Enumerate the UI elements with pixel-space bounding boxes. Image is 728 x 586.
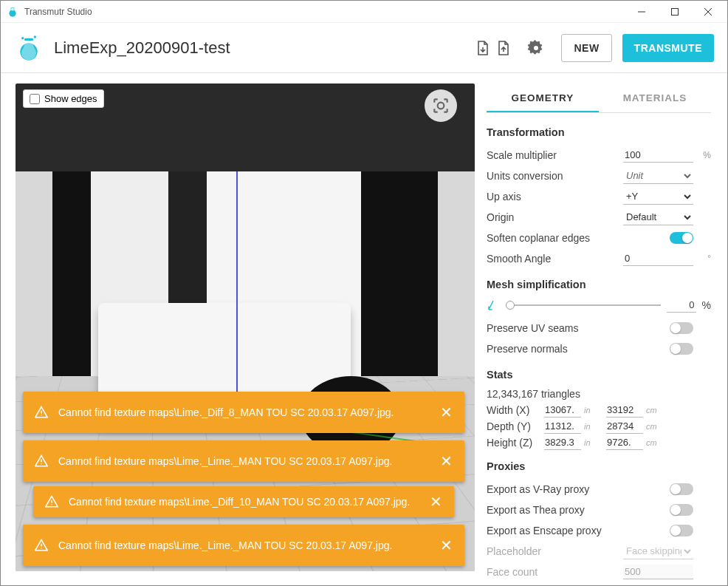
height-cm-input[interactable] [606, 435, 643, 450]
scale-multiplier-input[interactable] [623, 148, 693, 163]
origin-select[interactable]: Default [623, 209, 693, 225]
smooth-angle-input[interactable] [623, 251, 693, 266]
warning-toast: Cannot find texture maps\Lime._Lime._MAN… [23, 440, 464, 482]
section-mesh: Mesh simplification [487, 279, 711, 290]
export-file-button[interactable] [495, 39, 512, 57]
preserve-normals-label: Preserve normals [487, 343, 670, 355]
warning-icon [45, 495, 58, 508]
window-titlebar: Transmutr Studio [1, 1, 727, 23]
toast-message: Cannot find texture maps\Lime._Lime._MAN… [58, 539, 392, 551]
svg-rect-1 [11, 7, 14, 10]
svg-point-9 [34, 35, 36, 38]
vray-proxy-toggle[interactable] [670, 483, 693, 495]
toast-close-button[interactable]: ✕ [440, 452, 453, 470]
app-icon [7, 6, 18, 18]
section-stats: Stats [487, 369, 711, 381]
simplify-slider[interactable] [506, 304, 661, 306]
svg-point-8 [21, 37, 24, 39]
height-label: Height (Z) [487, 437, 544, 449]
placeholder-label: Placeholder [487, 545, 623, 557]
face-count-input [623, 565, 693, 579]
import-file-button[interactable] [474, 39, 492, 57]
unit-percent: % [702, 299, 711, 311]
focus-camera-button[interactable] [425, 89, 457, 122]
triangle-count: 12,343,167 triangles [487, 388, 711, 400]
origin-label: Origin [487, 211, 623, 223]
window-close-button[interactable] [691, 1, 724, 23]
svg-point-16 [51, 504, 52, 505]
svg-point-12 [41, 415, 42, 416]
svg-rect-7 [24, 38, 33, 40]
toast-message: Cannot find texture maps\Lime._Lime._MAN… [58, 455, 392, 467]
enscape-proxy-toggle[interactable] [670, 525, 693, 536]
preserve-uv-label: Preserve UV seams [487, 322, 670, 334]
simplify-value[interactable]: 0 [667, 298, 696, 313]
project-title: LimeExp_20200901-test [54, 38, 464, 58]
section-transformation: Transformation [487, 126, 711, 138]
soften-edges-toggle[interactable] [670, 232, 693, 244]
preserve-normals-toggle[interactable] [670, 343, 693, 355]
app-logo-icon [14, 33, 44, 63]
face-count-label: Face count [487, 566, 623, 578]
window-maximize-button[interactable] [658, 1, 691, 23]
window-title: Transmutr Studio [24, 7, 625, 17]
svg-point-10 [438, 103, 444, 109]
toast-close-button[interactable]: ✕ [430, 493, 442, 511]
width-label: Width (X) [487, 404, 544, 416]
reset-slider-icon[interactable] [487, 299, 500, 312]
svg-point-18 [41, 548, 42, 549]
unit-percent: % [696, 150, 711, 160]
new-button[interactable]: NEW [561, 34, 611, 62]
scale-multiplier-label: Scale multiplier [487, 149, 623, 161]
width-cm-input[interactable] [606, 403, 643, 418]
section-proxies: Proxies [487, 460, 711, 472]
up-axis-label: Up axis [487, 191, 623, 202]
toast-message: Cannot find texture maps\Lime._Diff_10_M… [69, 496, 410, 508]
transmute-button[interactable]: TRANSMUTE [622, 34, 714, 62]
depth-in-input[interactable] [544, 419, 581, 434]
warning-toast: Cannot find texture maps\Lime._Diff_10_M… [33, 486, 454, 517]
tab-materials[interactable]: MATERIALS [599, 85, 711, 112]
soften-edges-label: Soften coplanar edges [487, 232, 670, 244]
warning-toast: Cannot find texture maps\Lime._Lime._MAN… [23, 525, 464, 566]
window-minimize-button[interactable] [625, 1, 658, 23]
warning-icon [35, 454, 48, 468]
toast-message: Cannot find texture maps\Lime._Diff_8_MA… [58, 406, 394, 418]
toast-close-button[interactable]: ✕ [440, 403, 453, 421]
up-axis-select[interactable]: +Y [623, 188, 693, 205]
vray-proxy-label: Export as V-Ray proxy [487, 483, 670, 495]
svg-rect-3 [671, 8, 678, 15]
depth-label: Depth (Y) [487, 420, 544, 432]
show-edges-input[interactable] [30, 94, 40, 104]
warning-icon [35, 406, 48, 419]
width-in-input[interactable] [544, 403, 581, 418]
tab-geometry[interactable]: GEOMETRY [487, 85, 599, 112]
properties-panel: GEOMETRY MATERIALS Transformation Scale … [475, 73, 727, 585]
warning-toast: Cannot find texture maps\Lime._Diff_8_MA… [23, 392, 464, 433]
settings-icon[interactable] [527, 39, 545, 57]
units-conversion-select[interactable]: Unit [623, 168, 693, 184]
new-button-label: NEW [574, 42, 599, 54]
units-conversion-label: Units conversion [487, 170, 623, 182]
toast-close-button[interactable]: ✕ [440, 536, 453, 554]
preserve-uv-toggle[interactable] [670, 322, 693, 334]
height-in-input[interactable] [544, 435, 581, 450]
panel-tabs: GEOMETRY MATERIALS [487, 85, 711, 113]
enscape-proxy-label: Export as Enscape proxy [487, 525, 670, 536]
thea-proxy-label: Export as Thea proxy [487, 504, 670, 516]
viewport-panel: Show edges Cannot find texture maps\Lime… [1, 73, 475, 585]
unit-degree: ° [696, 253, 711, 264]
smooth-angle-label: Smooth Angle [487, 253, 623, 265]
transmute-button-label: TRANSMUTE [634, 42, 702, 54]
svg-point-14 [41, 463, 42, 465]
thea-proxy-toggle[interactable] [670, 504, 693, 516]
app-header: LimeExp_20200901-test NEW TRANSMUTE [1, 23, 727, 73]
show-edges-label: Show edges [44, 93, 97, 104]
show-edges-checkbox[interactable]: Show edges [23, 89, 104, 108]
depth-cm-input[interactable] [606, 419, 643, 434]
placeholder-select: Face skipping [623, 543, 693, 559]
warning-icon [35, 539, 48, 552]
